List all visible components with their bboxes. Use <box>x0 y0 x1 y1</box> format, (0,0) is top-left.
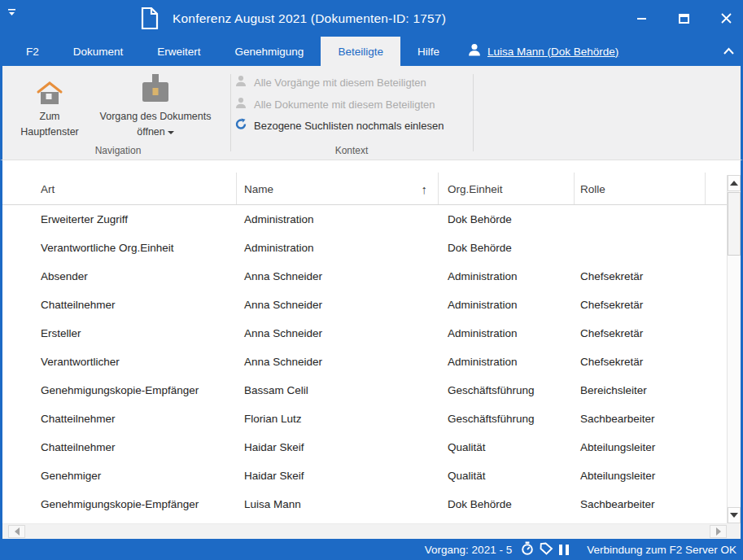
cell-art: Chatteilnehmer <box>2 291 236 319</box>
close-button[interactable] <box>715 8 736 29</box>
ribbon-tab-bar: F2 Dokument Erweitert Genehmigung Beteil… <box>0 37 743 66</box>
tab-erweitert[interactable]: Erweitert <box>140 37 217 66</box>
horizontal-scrollbar[interactable] <box>2 523 727 539</box>
status-bar: Vorgang: 2021 - 5 Verbindung zum F2 <box>0 539 743 560</box>
column-header-name[interactable]: Name ↑ <box>236 160 438 204</box>
cell-orgeinheit: Dok Behörde <box>438 490 574 518</box>
current-user-link[interactable]: Luisa Mann (Dok Behörde) <box>487 46 618 58</box>
cell-empty <box>705 291 727 319</box>
table-row[interactable]: Chatteilnehmer Florian Lutz Geschäftsfüh… <box>2 405 727 433</box>
cell-orgeinheit: Qualität <box>438 462 574 490</box>
cell-rolle: Sachbearbeiter <box>574 490 705 518</box>
tab-genehmigung[interactable]: Genehmigung <box>218 37 321 66</box>
cell-rolle: Chefsekretär <box>574 262 705 291</box>
column-header-art[interactable]: Art <box>2 160 236 204</box>
maximize-button[interactable] <box>673 8 694 29</box>
column-header-orgeinheit[interactable]: Org.Einheit <box>438 160 574 204</box>
cell-name: Bassam Celil <box>236 376 438 405</box>
table-body: Erweiterter Zugriff Administration Dok B… <box>2 205 727 518</box>
table-row[interactable]: Chatteilnehmer Haidar Skeif Qualität Abt… <box>2 433 727 462</box>
window-title: Konferenz August 2021 (Dokumenten-ID: 17… <box>173 0 446 37</box>
cell-name: Haidar Skeif <box>236 462 438 490</box>
table-row[interactable]: Chatteilnehmer Anna Schneider Administra… <box>2 291 727 319</box>
tab-dokument[interactable]: Dokument <box>56 37 141 66</box>
cell-art: Genehmiger <box>2 462 236 490</box>
vorgang-oeffnen-button[interactable]: Vorgang des Dokuments öffnen <box>94 71 217 141</box>
suchlisten-einlesen-button[interactable]: Bezogene Suchlisten nochmals einlesen <box>235 118 444 133</box>
tab-f2[interactable]: F2 <box>9 37 56 66</box>
case-status: Vorgang: 2021 - 5 <box>425 541 569 558</box>
cell-rolle: Chefsekretär <box>574 319 705 348</box>
cell-rolle <box>574 234 705 262</box>
document-icon <box>140 7 160 33</box>
briefcase-icon <box>140 71 171 105</box>
scroll-right-button[interactable] <box>710 525 727 538</box>
scrollbar-corner <box>727 523 741 539</box>
table-header: Art Name ↑ Org.Einheit Rolle <box>2 160 727 205</box>
tag-icon[interactable] <box>540 542 553 558</box>
table-row[interactable]: Genehmigungskopie-Empfänger Luisa Mann D… <box>2 490 727 518</box>
participants-table: Art Name ↑ Org.Einheit Rolle Erweiterter… <box>2 160 727 523</box>
cell-name: Haidar Skeif <box>236 433 438 462</box>
stopwatch-icon[interactable] <box>521 541 534 558</box>
cell-art: Ersteller <box>2 319 236 348</box>
alle-dokumente-button: Alle Dokumente mit diesem Beteiligten <box>235 97 435 112</box>
group-label-kontext: Kontext <box>232 145 471 156</box>
cell-orgeinheit: Geschäftsführung <box>438 405 574 433</box>
cell-rolle: Sachbearbeiter <box>574 405 705 433</box>
case-label[interactable]: Vorgang: 2021 - 5 <box>425 544 512 556</box>
vertical-scrollbar-thumb[interactable] <box>728 192 741 256</box>
table-row[interactable]: Genehmigungskopie-Empfänger Bassam Celil… <box>2 376 727 405</box>
connection-status: Verbindung zum F2 Server OK <box>587 544 736 556</box>
cell-rolle: Abteilungsleiter <box>574 433 705 462</box>
user-icon <box>468 43 481 59</box>
ribbon-group-navigation: Zum Hauptfenster Vorgang des Dokuments ö… <box>6 66 230 160</box>
cell-name: Anna Schneider <box>236 319 438 348</box>
tab-hilfe[interactable]: Hilfe <box>400 37 457 66</box>
ribbon-separator <box>473 74 474 151</box>
refresh-icon <box>235 118 247 133</box>
pause-icon[interactable] <box>559 545 569 555</box>
window-controls <box>631 0 736 37</box>
cell-art: Chatteilnehmer <box>2 405 236 433</box>
cell-empty <box>705 234 727 262</box>
zum-hauptfenster-button[interactable]: Zum Hauptfenster <box>9 71 90 141</box>
quick-access-toolbar-icon[interactable] <box>7 6 17 20</box>
user-area: Luisa Mann (Dok Behörde) <box>468 37 618 66</box>
cell-orgeinheit: Administration <box>438 262 574 291</box>
tab-beteiligte[interactable]: Beteiligte <box>321 37 400 66</box>
cell-empty <box>705 462 727 490</box>
cell-name: Administration <box>236 205 438 234</box>
table-row[interactable]: Absender Anna Schneider Administration C… <box>2 262 727 291</box>
table-row[interactable]: Verantwortlicher Anna Schneider Administ… <box>2 348 727 376</box>
chevron-down-icon <box>168 131 174 134</box>
table-row[interactable]: Erweiterter Zugriff Administration Dok B… <box>2 205 727 234</box>
minimize-button[interactable] <box>631 8 652 29</box>
cell-art: Chatteilnehmer <box>2 433 236 462</box>
column-header-rolle[interactable]: Rolle <box>574 160 705 204</box>
scroll-up-button[interactable] <box>728 175 741 191</box>
cell-orgeinheit: Administration <box>438 291 574 319</box>
cell-name: Florian Lutz <box>236 405 438 433</box>
table-row[interactable]: Ersteller Anna Schneider Administration … <box>2 319 727 348</box>
cell-art: Absender <box>2 262 236 291</box>
cell-orgeinheit: Dok Behörde <box>438 205 574 234</box>
scroll-left-button[interactable] <box>8 525 25 538</box>
title-bar: Konferenz August 2021 (Dokumenten-ID: 17… <box>0 0 743 37</box>
collapse-ribbon-icon[interactable] <box>723 37 735 66</box>
cell-empty <box>705 405 727 433</box>
table-row[interactable]: Verantwortliche Org.Einheit Administrati… <box>2 234 727 262</box>
cell-orgeinheit: Geschäftsführung <box>438 376 574 405</box>
scroll-down-button[interactable] <box>728 507 741 523</box>
sort-ascending-icon: ↑ <box>422 182 428 196</box>
cell-orgeinheit: Dok Behörde <box>438 234 574 262</box>
home-icon <box>36 71 63 105</box>
vertical-scrollbar[interactable] <box>727 175 741 523</box>
group-label-navigation: Navigation <box>6 145 230 156</box>
table-row[interactable]: Genehmiger Haidar Skeif Qualität Abteilu… <box>2 462 727 490</box>
cell-rolle: Chefsekretär <box>574 291 705 319</box>
cell-orgeinheit: Administration <box>438 319 574 348</box>
cell-name: Anna Schneider <box>236 348 438 376</box>
cell-art: Verantwortliche Org.Einheit <box>2 234 236 262</box>
app-window: Konferenz August 2021 (Dokumenten-ID: 17… <box>0 0 743 560</box>
